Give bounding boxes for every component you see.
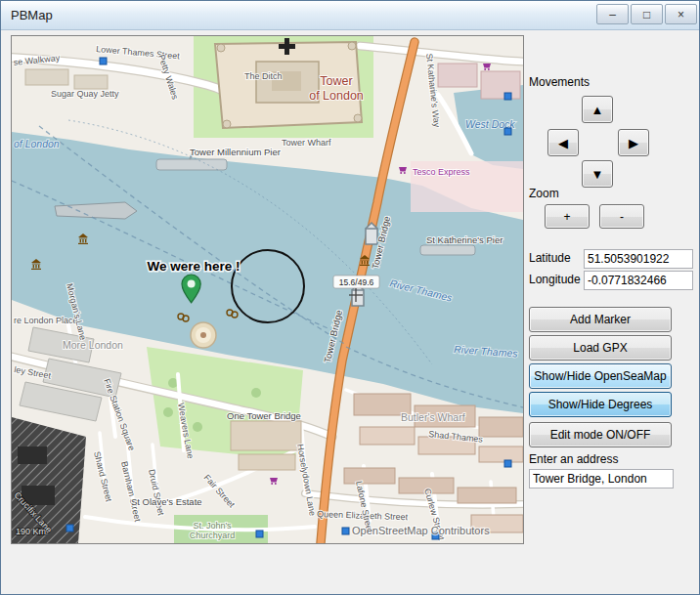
close-icon: × (678, 9, 684, 21)
move-right-button[interactable]: ▶ (618, 129, 649, 156)
measure-value: 15.6/49.6 (339, 277, 374, 287)
movements-label: Movements (529, 75, 590, 89)
minimize-button[interactable]: – (596, 4, 629, 24)
zoom-label: Zoom (529, 187, 559, 200)
map-label-more-london: More London (63, 339, 123, 351)
scoop-amphitheatre (191, 322, 216, 348)
zoom-in-button[interactable]: + (545, 204, 590, 229)
maximize-button[interactable]: □ (631, 4, 663, 24)
show-hide-degrees-button[interactable]: Show/Hide Degrees (529, 392, 672, 417)
move-up-button[interactable]: ▲ (582, 96, 613, 123)
move-left-button[interactable]: ◀ (547, 129, 579, 156)
map-label-pool-of-london: of London (14, 138, 60, 149)
minus-icon: - (620, 210, 624, 224)
right-arrow-icon: ▶ (629, 136, 638, 150)
plus-icon: + (563, 210, 570, 224)
titlebar[interactable]: PBMap – □ × (1, 1, 700, 30)
zoom-out-button[interactable]: - (599, 204, 644, 229)
map-label-st-johns-2: Churchyard (190, 531, 236, 540)
map-label-tower-2: of London (309, 89, 364, 103)
annotation-text: We were here ! (147, 259, 240, 274)
load-gpx-button[interactable]: Load GPX (529, 335, 672, 361)
up-arrow-icon: ▲ (591, 103, 604, 117)
openseamap-label: Show/Hide OpenSeaMap (534, 369, 666, 383)
map-label-the-ditch: The Ditch (244, 71, 283, 81)
move-down-button[interactable]: ▼ (582, 160, 613, 188)
add-marker-label: Add Marker (570, 313, 631, 326)
longitude-label: Longitude (529, 273, 581, 286)
maximize-icon: □ (643, 9, 650, 21)
longitude-input[interactable] (584, 271, 693, 290)
map-canvas[interactable]: se Walkway Lower Thames Street Petty Wal… (12, 36, 523, 543)
map-label-millennium-pier: Tower Millennium Pier (190, 147, 281, 157)
map-label-tower-wharf: Tower Wharf (282, 138, 331, 148)
latitude-label: Latitude (529, 251, 571, 265)
map-label-tower-1: Tower (320, 74, 352, 88)
map-label-st-katherines-pier: St Katherine's Pier (426, 234, 503, 245)
down-arrow-icon: ▼ (591, 167, 604, 182)
map-label-st-olaves: St Olave's Estate (131, 496, 202, 507)
map-label-sugar-quay: Sugar Quay Jetty (51, 89, 119, 99)
show-hide-openseamap-button[interactable]: Show/Hide OpenSeaMap (529, 363, 672, 389)
map-label-more-london-place: re London Place (14, 316, 78, 325)
map-attribution: OpenStreetMap Contributors (352, 525, 490, 536)
minimize-icon: – (609, 9, 616, 21)
edit-mode-label: Edit mode ON/OFF (550, 428, 651, 442)
address-input[interactable] (529, 469, 674, 489)
map-label-one-tower-bridge: One Tower Bridge (227, 410, 301, 421)
map-label-scale: 190 Km (16, 527, 46, 536)
left-arrow-icon: ◀ (558, 136, 568, 150)
window-controls: – □ × (596, 4, 697, 24)
map-viewport[interactable]: se Walkway Lower Thames Street Petty Wal… (11, 35, 524, 544)
close-button[interactable]: × (665, 4, 697, 24)
window-title: PBMap (11, 8, 53, 22)
measure-tooltip: 15.6/49.6 (333, 276, 379, 288)
degrees-label: Show/Hide Degrees (548, 398, 653, 411)
load-gpx-label: Load GPX (573, 341, 627, 355)
map-label-butlers-wharf: Butler's Wharf (401, 411, 465, 423)
add-marker-button[interactable]: Add Marker (529, 307, 672, 332)
map-label-tesco: Tesco Express (413, 167, 470, 177)
map-label-st-johns-1: St. John's (193, 521, 232, 531)
address-label: Enter an address (529, 452, 618, 466)
edit-mode-button[interactable]: Edit mode ON/OFF (529, 422, 672, 447)
latitude-input[interactable] (584, 249, 693, 269)
